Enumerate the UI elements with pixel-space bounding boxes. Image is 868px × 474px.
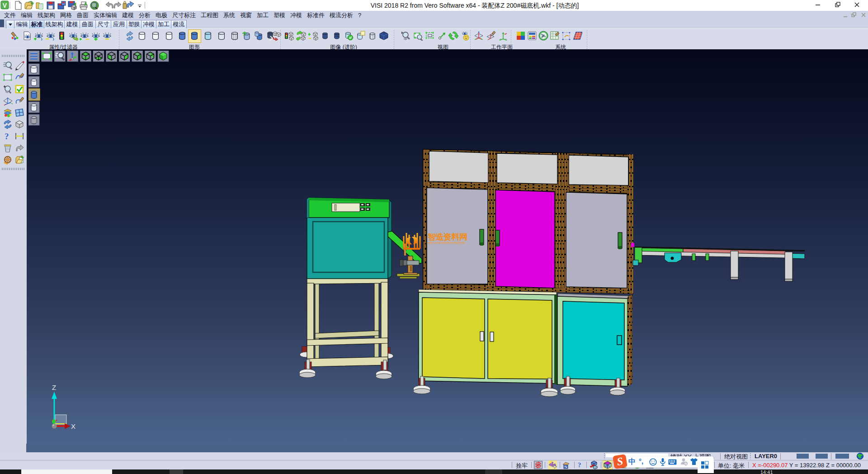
svg-text:?: ?: [5, 132, 9, 141]
svg-text:7: 7: [685, 462, 687, 466]
svg-text:V: V: [3, 2, 7, 9]
